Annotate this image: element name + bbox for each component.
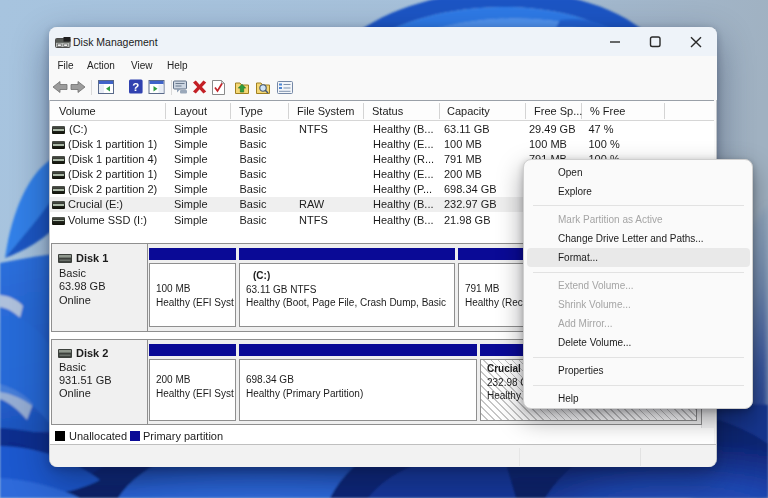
svg-text:?: ? (132, 81, 139, 93)
